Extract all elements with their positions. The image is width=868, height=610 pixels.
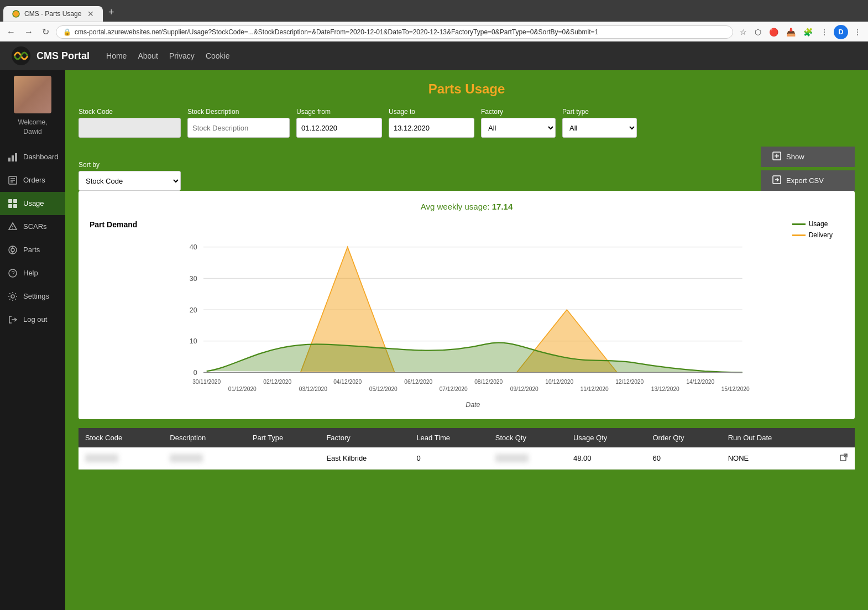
extension5-button[interactable]: ⋮ [818,25,830,39]
content-area: Parts Usage Stock Code Stock Description… [65,70,868,610]
usage-from-label: Usage from [296,108,382,116]
sidebar-item-parts[interactable]: Parts [0,238,65,262]
description-blurred [170,454,203,462]
chart-container: Avg weekly usage: 17.14 Part Demand Usag… [79,191,855,419]
menu-button[interactable]: ⋮ [851,25,864,39]
app-nav: Home About Privacy Cookie [106,51,229,60]
filter-row2: Sort by Stock Code Show Export CSV [79,147,855,191]
sidebar-label-settings: Settings [23,292,49,300]
nav-about[interactable]: About [138,51,158,60]
svg-text:30: 30 [190,275,197,283]
stock-code-input[interactable] [79,118,181,138]
avg-weekly-usage: Avg weekly usage: 17.14 [90,202,844,211]
sidebar-item-orders[interactable]: Orders [0,169,65,192]
filter-group-usage-to: Usage to [389,108,474,138]
filter-group-factory: Factory All [481,108,556,138]
url-text: cms-portal.azurewebsites.net/Supplier/Us… [75,28,726,36]
cell-action[interactable] [818,447,855,470]
svg-text:11/12/2020: 11/12/2020 [581,386,609,392]
sidebar-label-dashboard: Dashboard [23,153,59,161]
nav-home[interactable]: Home [106,51,127,60]
cell-lead-time: 0 [410,447,488,470]
svg-text:Date: Date [466,401,480,409]
cell-run-out-date: NONE [721,447,818,470]
filter-area: Stock Code Stock Description Usage from … [79,108,855,138]
sidebar-item-scars[interactable]: SCARs [0,215,65,238]
cell-usage-qty: 48.00 [567,447,646,470]
new-tab-button[interactable]: + [103,3,120,22]
tab-bar: CMS - Parts Usage ✕ + [0,0,868,22]
logout-icon [7,314,19,326]
th-description: Description [163,428,246,447]
svg-point-17 [11,248,14,252]
chart-icon [7,151,19,163]
svg-text:06/12/2020: 06/12/2020 [404,379,432,385]
svg-text:03/12/2020: 03/12/2020 [299,386,327,392]
factory-label: Factory [481,108,556,116]
tab-favicon [12,10,20,18]
sidebar-item-usage[interactable]: Usage [0,192,65,215]
sidebar-item-help[interactable]: ? Help [0,262,65,285]
th-order-qty: Order Qty [646,428,721,447]
svg-point-22 [11,295,14,298]
nav-privacy[interactable]: Privacy [169,51,195,60]
back-button[interactable]: ← [4,25,18,39]
avatar [14,76,51,113]
svg-text:10: 10 [190,337,197,345]
chart-legend: Usage Delivery [792,220,833,239]
svg-text:05/12/2020: 05/12/2020 [369,386,398,392]
filter-group-usage-from: Usage from [296,108,382,138]
tab-close-button[interactable]: ✕ [87,9,94,18]
svg-text:04/12/2020: 04/12/2020 [333,379,362,385]
cell-part-type [246,447,320,470]
usage-to-input[interactable] [389,118,474,138]
legend-usage-line [792,223,806,225]
sort-by-label: Sort by [79,161,181,169]
extension2-button[interactable]: 🔴 [767,25,781,39]
stock-code-label: Stock Code [79,108,181,116]
legend-usage: Usage [792,220,833,228]
factory-select[interactable]: All [481,118,556,138]
sidebar-item-settings[interactable]: Settings [0,285,65,308]
app-title: CMS Portal [36,50,90,62]
action-buttons: Show Export CSV [761,147,855,191]
legend-usage-label: Usage [809,220,828,228]
svg-rect-9 [8,199,12,203]
extension4-button[interactable]: 🧩 [801,25,815,39]
svg-rect-4 [15,153,17,161]
svg-text:07/12/2020: 07/12/2020 [440,386,468,392]
svg-text:09/12/2020: 09/12/2020 [510,386,538,392]
export-csv-button[interactable]: Export CSV [761,170,855,191]
bookmark-button[interactable]: ☆ [738,25,749,39]
table-row: East Kilbride 0 48.00 60 NONE [79,447,855,470]
profile-button[interactable]: D [834,25,848,39]
sidebar-label-usage: Usage [23,199,44,207]
export-icon [772,175,782,186]
nav-actions: ☆ ⬡ 🔴 📥 🧩 ⋮ D ⋮ [738,25,864,39]
extension3-button[interactable]: 📥 [784,25,798,39]
sort-by-select[interactable]: Stock Code [79,171,181,191]
extension1-button[interactable]: ⬡ [752,25,764,39]
address-bar[interactable]: 🔒 cms-portal.azurewebsites.net/Supplier/… [56,25,733,39]
settings-icon [7,290,19,303]
svg-rect-10 [13,199,17,203]
stock-description-input[interactable] [187,118,290,138]
chart-area: Part Demand Usage Delivery [90,220,844,408]
forward-button[interactable]: → [22,25,35,39]
sidebar-item-logout[interactable]: Log out [0,308,65,331]
main-layout: Welcome, Dawid Dashboard Orders Usage [0,70,868,610]
show-button[interactable]: Show [761,147,855,167]
filter-group-sort-by: Sort by Stock Code [79,161,181,191]
cell-factory: East Kilbride [320,447,410,470]
th-factory: Factory [320,428,410,447]
usage-to-label: Usage to [389,108,474,116]
sidebar-item-dashboard[interactable]: Dashboard [0,145,65,169]
part-type-select[interactable]: All [562,118,637,138]
nav-cookie[interactable]: Cookie [206,51,230,60]
filter-group-part-type: Part type All [562,108,637,138]
usage-from-input[interactable] [296,118,382,138]
scars-icon [7,221,19,233]
stock-description-label: Stock Description [187,108,290,116]
reload-button[interactable]: ↻ [40,24,51,39]
svg-rect-3 [12,155,14,161]
